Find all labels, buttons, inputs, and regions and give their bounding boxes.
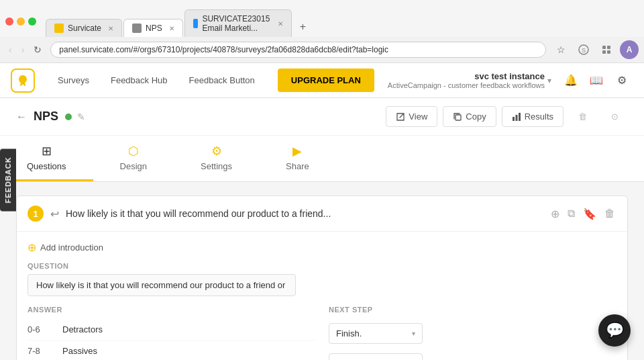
share-tab-icon: ▶ [292, 144, 302, 159]
duplicate-icon[interactable]: ⧉ [566, 206, 576, 222]
tab-ac-label: SURVICATE23015 Email Marketi... [202, 14, 270, 33]
bar-chart-icon [512, 112, 521, 122]
new-tab-button[interactable]: + [293, 17, 313, 37]
questions-tab-icon: ⊞ [42, 144, 52, 159]
bookmark-question-icon[interactable]: 🔖 [582, 206, 598, 222]
question-body: ⊕ Add introduction QUESTION ANSWER 0-6 D… [17, 232, 627, 360]
tab-share[interactable]: ▶ Share [259, 136, 336, 181]
bookmark-icon[interactable]: ☆ [551, 40, 570, 59]
tab-design[interactable]: ⬡ Design [93, 136, 174, 181]
maximize-button[interactable] [28, 17, 36, 26]
browser-tab-activecampaign[interactable]: SURVICATE23015 Email Marketi... ✕ [184, 9, 292, 37]
question-input[interactable] [28, 274, 296, 296]
move-icon[interactable]: ⊕ [549, 206, 561, 222]
next-step-row-0: Finish. ▾ [329, 319, 616, 349]
main-nav: Surveys Feedback Hub Feedback Button [48, 70, 264, 91]
results-button[interactable]: Results [502, 106, 564, 127]
design-tab-label: Design [120, 161, 147, 171]
bell-icon[interactable]: 🔔 [559, 69, 582, 92]
url-input[interactable]: panel.survicate.com/#/orgs/67310/project… [50, 42, 546, 58]
gear-circle-icon: ⊙ [611, 111, 619, 122]
tab-close-survicate[interactable]: ✕ [108, 25, 113, 32]
instance-name: svc test instance [388, 71, 545, 81]
forward-nav-button[interactable]: › [18, 43, 28, 56]
answer-col-label: ANSWER [28, 306, 315, 314]
instance-selector[interactable]: svc test instance ActiveCampaign - custo… [388, 71, 551, 89]
close-button[interactable] [5, 17, 13, 26]
upgrade-plan-button[interactable]: UPGRADE PLAN [278, 69, 374, 92]
browser-tab-nps[interactable]: NPS ✕ [123, 19, 183, 37]
answer-type-1: Passives [62, 346, 315, 356]
book-icon[interactable]: 📖 [585, 69, 608, 92]
copy-label: Copy [466, 111, 486, 122]
question-header: 1 ↩ How likely is it that you will recom… [17, 196, 627, 232]
tab-close-ac[interactable]: ✕ [278, 20, 283, 28]
svg-text:S: S [582, 47, 586, 54]
question-field-label: QUESTION [28, 262, 616, 270]
more-options-button[interactable]: ⊙ [602, 106, 628, 127]
survicate-favicon [54, 24, 64, 33]
feedback-tab[interactable]: FEEDBACK [0, 148, 16, 211]
profile-avatar[interactable]: A [620, 40, 639, 59]
edit-icon[interactable]: ✎ [77, 111, 85, 122]
header-icons: 🔔 📖 ⚙ [559, 69, 633, 92]
next-step-col-label: NEXT STEP [329, 306, 616, 314]
copy-button[interactable]: Copy [443, 106, 496, 127]
minimize-button[interactable] [17, 17, 25, 26]
answer-type-0: Detractors [62, 324, 315, 334]
chevron-down-0: ▾ [412, 330, 415, 337]
extension-icon-2[interactable] [597, 40, 616, 59]
nav-feedback-button[interactable]: Feedback Button [180, 70, 264, 91]
tab-survicate-label: Survicate [68, 24, 101, 33]
delete-button[interactable]: 🗑 [569, 106, 596, 127]
add-intro-label: Add introduction [40, 242, 103, 253]
question-preview: How likely is it that you will recommend… [66, 208, 543, 219]
browser-chrome: Survicate ✕ NPS ✕ SURVICATE23015 Email M… [0, 0, 644, 63]
settings-icon[interactable]: ⚙ [610, 69, 633, 92]
view-label: View [409, 111, 427, 122]
nav-buttons: ‹ › ↻ [5, 43, 45, 56]
tab-nps-label: NPS [146, 24, 162, 33]
copy-icon [453, 112, 462, 122]
delete-question-icon[interactable]: 🗑 [603, 206, 616, 222]
extension-icon-1[interactable]: S [574, 40, 593, 59]
logo[interactable] [11, 69, 35, 93]
nav-surveys[interactable]: Surveys [48, 70, 99, 91]
nps-icon: ↩ [50, 208, 59, 220]
answer-row-passives: 7-8 Passives [28, 341, 315, 360]
svg-rect-6 [455, 115, 461, 120]
question-card: 1 ↩ How likely is it that you will recom… [16, 195, 628, 360]
address-bar: ‹ › ↻ panel.survicate.com/#/orgs/67310/p… [0, 37, 644, 63]
chat-button[interactable]: 💬 [598, 314, 631, 347]
browser-tabs: Survicate ✕ NPS ✕ SURVICATE23015 Email M… [40, 9, 318, 37]
svg-rect-9 [519, 113, 521, 121]
add-introduction-button[interactable]: ⊕ Add introduction [28, 241, 616, 254]
questions-tab-label: Questions [27, 161, 66, 171]
answer-section: ANSWER 0-6 Detractors 7-8 Passives 9-10 [28, 306, 616, 360]
back-nav-button[interactable]: ‹ [5, 43, 15, 56]
nps-favicon [132, 24, 142, 33]
reload-button[interactable]: ↻ [30, 43, 45, 56]
next-step-value-0: Finish. [336, 328, 362, 339]
tab-close-nps[interactable]: ✕ [169, 25, 174, 32]
results-label: Results [525, 111, 553, 122]
nav-feedback-hub[interactable]: Feedback Hub [101, 70, 177, 91]
chat-icon: 💬 [606, 322, 624, 339]
back-button[interactable]: ← [16, 111, 27, 123]
tab-settings[interactable]: ⚙ Settings [174, 136, 259, 181]
question-tools: ⊕ ⧉ 🔖 🗑 [549, 206, 616, 222]
view-button[interactable]: View [386, 106, 437, 127]
question-number: 1 [28, 206, 44, 222]
survey-title: NPS [34, 109, 58, 124]
next-step-select-1[interactable]: Finish. ▾ [329, 353, 423, 360]
chevron-down-icon: ▾ [547, 76, 551, 85]
answer-range-0: 0-6 [28, 324, 54, 334]
browser-window-controls[interactable] [5, 17, 36, 26]
answer-range-1: 7-8 [28, 346, 54, 356]
next-step-select-0[interactable]: Finish. ▾ [329, 323, 423, 344]
survey-actions: View Copy Results 🗑 ⊙ [386, 106, 628, 127]
browser-tab-survicate[interactable]: Survicate ✕ [46, 19, 122, 37]
answer-rows: 0-6 Detractors 7-8 Passives 9-10 Promote… [28, 319, 315, 360]
trash-icon: 🗑 [578, 111, 587, 122]
next-step-row-1: Finish. ▾ [329, 349, 616, 360]
